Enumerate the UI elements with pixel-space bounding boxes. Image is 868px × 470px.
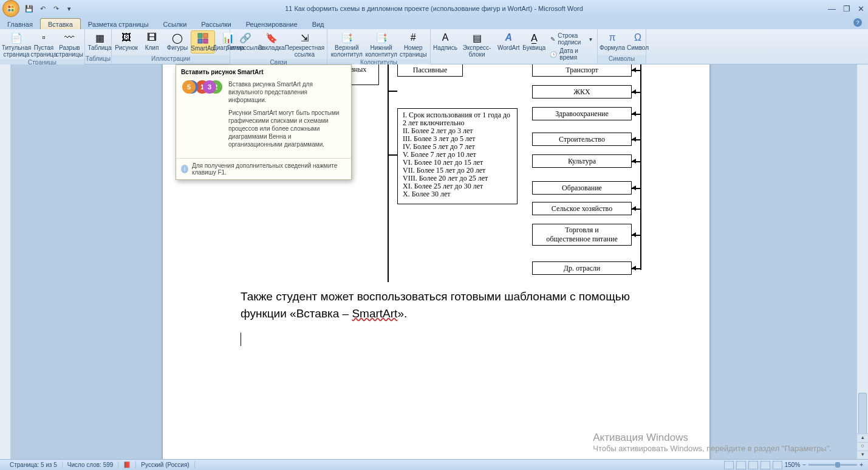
svg-rect-8	[203, 39, 208, 43]
cover-page-button[interactable]: 📄Титульная страница	[2, 30, 30, 59]
view-outline-button[interactable]	[760, 461, 770, 469]
diagram-box-right: Др. отрасли	[532, 261, 632, 275]
svg-rect-7	[198, 39, 202, 43]
smartart-button[interactable]: SmartArt	[191, 30, 215, 54]
tab-references[interactable]: Ссылки	[156, 19, 194, 29]
status-bar: Страница: 5 из 5 Число слов: 599 📕 Русск…	[0, 459, 868, 470]
scrollbar-thumb[interactable]	[858, 393, 867, 435]
view-full-screen-button[interactable]	[736, 461, 746, 469]
diagram-box-right: Сельское хозяйство	[532, 202, 632, 215]
zoom-slider-knob[interactable]	[835, 462, 840, 468]
browse-prev-button[interactable]: ▴	[857, 434, 868, 442]
wordart-button[interactable]: AWordArt	[496, 30, 521, 52]
qat-dropdown-icon[interactable]: ▾	[64, 4, 74, 13]
workspace: Пассивные I. Срок использования от 1 год…	[0, 64, 868, 459]
title-bar: 💾 ↶ ↷ ▾ 11 Как оформить схемы в дипломно…	[0, 0, 868, 17]
close-button[interactable]: ✕	[858, 4, 864, 13]
zoom-out-button[interactable]: −	[802, 461, 806, 468]
hyperlink-button[interactable]: 🔗Гиперссылка	[233, 30, 258, 52]
status-language[interactable]: Русский (Россия)	[136, 461, 194, 468]
tooltip-title: Вставить рисунок SmartArt	[176, 65, 351, 78]
diagram-box-right: Транспорт	[532, 64, 632, 77]
save-icon[interactable]: 💾	[24, 4, 34, 13]
blank-page-button[interactable]: ▫Пустая страница	[32, 30, 56, 59]
view-print-layout-button[interactable]	[724, 461, 734, 469]
tab-page-layout[interactable]: Разметка страницы	[81, 19, 156, 29]
group-illus-label: Иллюстрации	[112, 55, 230, 64]
diagram-box-right: Торговля и общественное питание	[532, 224, 632, 246]
tooltip-desc-2: Рисунки SmartArt могут быть простыми гра…	[228, 109, 346, 148]
browse-object-button[interactable]: ○	[857, 442, 868, 451]
tab-home[interactable]: Главная	[0, 19, 40, 29]
svg-point-4	[8, 9, 10, 12]
svg-point-1	[8, 5, 10, 8]
page-number-button[interactable]: #Номер страницы	[399, 30, 428, 59]
help-icon[interactable]: ?	[853, 18, 862, 27]
tab-insert[interactable]: Вставка	[40, 18, 81, 29]
ribbon-tabs: Главная Вставка Разметка страницы Ссылки…	[0, 17, 868, 29]
smartart-tooltip: Вставить рисунок SmartArt 1 2 3 4 5 Вста…	[176, 64, 352, 180]
zoom-in-button[interactable]: +	[859, 461, 863, 468]
svg-point-2	[12, 5, 14, 8]
page-break-button[interactable]: 〰Разрыв страницы	[57, 30, 82, 59]
diagram-box-right: Образование	[532, 181, 632, 195]
diagram-box-duration: I. Срок использования от 1 года до 2 лет…	[397, 108, 518, 204]
table-button[interactable]: ▦Таблица	[87, 30, 112, 52]
status-page[interactable]: Страница: 5 из 5	[5, 461, 63, 468]
quick-access-toolbar: 💾 ↶ ↷ ▾	[24, 4, 74, 13]
crossref-button[interactable]: ⇲Перекрестная ссылка	[285, 30, 324, 59]
diagram-box-right: Здравоохранение	[532, 107, 632, 120]
redo-icon[interactable]: ↷	[51, 4, 61, 13]
diagram-box-passive: Пассивные	[397, 64, 463, 77]
group-tables-label: Таблицы	[85, 55, 111, 64]
status-words[interactable]: Число слов: 599	[63, 461, 119, 468]
window-title: 11 Как оформить схемы в дипломном проект…	[285, 5, 583, 12]
header-button[interactable]: 📑Верхний колонтитул	[330, 30, 364, 59]
undo-icon[interactable]: ↶	[38, 4, 47, 13]
picture-button[interactable]: 🖼Рисунок	[114, 30, 138, 52]
diagram-box-right: Культура	[532, 154, 632, 168]
vertical-ruler	[0, 64, 11, 459]
diagram-box-right: Строительство	[532, 133, 632, 146]
symbol-button[interactable]: ΩСимвол	[626, 30, 650, 52]
group-symbols-label: Символы	[598, 55, 646, 64]
svg-rect-5	[198, 33, 202, 38]
svg-rect-6	[203, 33, 208, 38]
office-button[interactable]	[2, 0, 19, 17]
spellcheck-underline: SmartArt	[352, 307, 397, 320]
zoom-slider[interactable]	[808, 464, 857, 466]
vertical-scrollbar[interactable]	[857, 64, 868, 459]
browse-next-button[interactable]: ▾	[857, 451, 868, 459]
tab-review[interactable]: Рецензирование	[239, 19, 305, 29]
svg-point-0	[7, 4, 15, 12]
zoom-level[interactable]: 150%	[785, 461, 801, 468]
ribbon: 📄Титульная страница ▫Пустая страница 〰Ра…	[0, 29, 868, 64]
view-web-layout-button[interactable]	[748, 461, 758, 469]
info-icon: i	[181, 165, 188, 173]
clip-button[interactable]: 🎞Клип	[140, 30, 164, 52]
footer-button[interactable]: 📑Нижний колонтитул	[365, 30, 398, 59]
diagram-box-right: ЖКХ	[532, 85, 632, 98]
tooltip-f1-hint: Для получения дополнительных сведений на…	[192, 162, 346, 176]
smartart-preview-icon: 1 2 3 4 5	[181, 80, 224, 123]
dropcap-button[interactable]: A̲Буквица	[522, 30, 546, 52]
equation-button[interactable]: πФормула	[600, 30, 624, 52]
datetime-button[interactable]: 🕓Дата и время	[547, 47, 595, 61]
status-proofing-icon[interactable]: 📕	[118, 461, 136, 468]
bookmark-button[interactable]: 🔖Закладка	[259, 30, 284, 52]
document-text: Также студент может воспользоваться гото…	[163, 282, 709, 322]
quickparts-button[interactable]: ▤Экспресс-блоки	[459, 30, 495, 59]
tab-mailings[interactable]: Рассылки	[194, 19, 238, 29]
text-cursor	[241, 333, 241, 346]
tab-view[interactable]: Вид	[305, 19, 332, 29]
maximize-button[interactable]: ❐	[843, 4, 850, 13]
shapes-button[interactable]: ◯Фигуры	[165, 30, 190, 52]
view-draft-button[interactable]	[773, 461, 782, 469]
textbox-button[interactable]: AНадпись	[433, 30, 457, 52]
signature-line-button[interactable]: ✎Строка подписи ▾	[547, 32, 595, 46]
tooltip-desc-1: Вставка рисунка SmartArt для визуального…	[228, 80, 346, 104]
minimize-button[interactable]: —	[828, 4, 836, 13]
svg-point-3	[12, 9, 14, 12]
